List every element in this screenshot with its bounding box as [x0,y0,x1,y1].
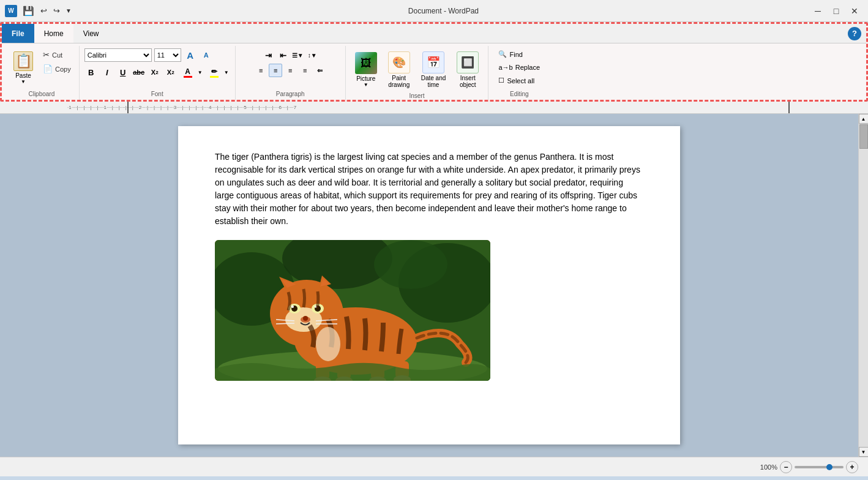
zoom-out-button[interactable]: − [780,461,792,473]
ribbon-content: 📋 Paste ▼ ✂ Cut 📄 Copy Cl [2,43,866,100]
rtl-button[interactable]: ⇐ [313,64,326,77]
insert-group: 🖼 Picture ▼ 🎨 Paintdrawing 📅 [346,46,489,100]
editing-group-label: Editing [493,91,545,99]
help-button[interactable]: ? [848,27,861,40]
align-right-button[interactable]: ≡ [283,64,297,77]
document-page: The tiger (Panthera tigris) is the large… [178,126,680,444]
find-button[interactable]: 🔍 Find [494,48,526,60]
cut-button[interactable]: ✂ Cut [40,48,74,61]
paint-drawing-icon: 🎨 [388,51,410,73]
clipboard-group-label: Clipboard [9,91,74,99]
save-button[interactable]: 💾 [21,4,36,18]
paragraph-row2: ≡ ≡ ≡ ≡ ⇐ [254,64,326,77]
strikethrough-button[interactable]: abc [132,66,146,79]
copy-button[interactable]: 📄 Copy [40,62,74,75]
svg-point-29 [316,327,340,361]
ribbon-tab-bar: File Home View ? [2,24,866,43]
date-time-button[interactable]: 📅 Date andtime [417,48,451,91]
zoom-in-button[interactable]: + [846,461,858,473]
ruler-indent-marker[interactable] [127,102,129,113]
font-family-select[interactable]: Calibri Arial Times New Roman [84,48,152,62]
zoom-level: 100% [760,463,777,471]
ruler-right-margin[interactable] [788,102,790,113]
cut-label: Cut [52,51,62,59]
paste-dropdown-arrow[interactable]: ▼ [21,79,26,84]
line-spacing-button[interactable]: ↕▼ [305,48,319,62]
scroll-down-button[interactable]: ▼ [859,447,869,457]
bullet-list-button[interactable]: ☰▼ [291,48,304,62]
redo-button[interactable]: ↪ [51,5,62,17]
font-color-icon: A [185,67,190,76]
insert-object-icon: 🔲 [457,51,479,73]
italic-button[interactable]: I [100,66,114,79]
customize-quick-access-button[interactable]: ▼ [64,6,73,15]
close-button[interactable]: ✕ [846,2,863,20]
vertical-scrollbar[interactable]: ▲ ▼ [858,114,868,457]
paste-button[interactable]: 📋 Paste ▼ [9,48,37,88]
picture-label: Picture [356,75,375,82]
scroll-track[interactable] [859,124,869,447]
highlight-dropdown[interactable]: ▼ [223,66,230,79]
zoom-slider-thumb[interactable] [826,464,832,470]
picture-dropdown[interactable]: ▼ [364,82,369,88]
align-center-button[interactable]: ≡ [269,64,282,77]
paste-label: Paste [15,72,31,79]
ruler-mark: ·1····|····|····|····|····1····|····|···… [67,105,296,110]
font-color-dropdown[interactable]: ▼ [196,66,204,79]
replace-icon: a→b [498,64,512,71]
content-area: The tiger (Panthera tigris) is the large… [0,114,868,457]
insert-object-label: Insertobject [460,75,476,88]
tab-view[interactable]: View [73,24,109,43]
highlight-color-button[interactable]: ✏ [206,66,222,79]
clipboard-small-buttons: ✂ Cut 📄 Copy [40,48,74,75]
paragraph-group-content: ⇥ ⇤ ☰▼ ↕▼ ≡ ≡ ≡ ≡ ⇐ [254,47,326,91]
select-all-button[interactable]: ☐ Select all [494,75,539,86]
increase-indent-button[interactable]: ⇥ [261,48,275,62]
select-all-icon: ☐ [498,77,504,84]
bold-button[interactable]: B [84,66,98,79]
zoom-slider[interactable] [795,466,844,468]
copy-icon: 📄 [43,64,53,73]
paint-drawing-button[interactable]: 🎨 Paintdrawing [384,48,414,91]
cut-icon: ✂ [43,50,50,59]
shrink-font-button[interactable]: A [200,48,213,62]
highlight-swatch [210,76,219,78]
font-size-select[interactable]: 11 12 14 16 [154,48,181,62]
undo-button[interactable]: ↩ [39,5,49,17]
insert-object-button[interactable]: 🔲 Insertobject [452,48,483,91]
replace-button[interactable]: a→b Replace [494,62,544,73]
scroll-up-button[interactable]: ▲ [859,114,869,124]
font-color-group: A ▼ [180,66,204,79]
decrease-indent-button[interactable]: ⇤ [276,48,290,62]
tab-file[interactable]: File [2,24,34,43]
clipboard-group: 📋 Paste ▼ ✂ Cut 📄 Copy Cl [4,46,80,100]
editing-group-content: 🔍 Find a→b Replace ☐ Select all [494,47,544,91]
status-bar: 100% − + [0,457,868,476]
underline-button[interactable]: U [116,66,130,79]
scroll-thumb[interactable] [859,124,868,149]
insert-group-content: 🖼 Picture ▼ 🎨 Paintdrawing 📅 [351,47,484,92]
paragraph-group: ⇥ ⇤ ☰▼ ↕▼ ≡ ≡ ≡ ≡ ⇐ Paragraph [236,46,346,100]
insert-group-label: Insert [351,92,484,100]
paint-drawing-label: Paintdrawing [388,75,410,88]
tab-home[interactable]: Home [34,24,73,43]
grow-font-button[interactable]: A [184,48,197,62]
superscript-button[interactable]: X2 [164,66,178,79]
document-text[interactable]: The tiger (Panthera tigris) is the large… [215,151,643,228]
app-icon: W [5,5,17,17]
ruler: ·1····|····|····|····|····1····|····|···… [0,102,868,114]
font-group-label: Font [84,91,230,99]
font-color-swatch [184,76,192,78]
font-group-content: Calibri Arial Times New Roman 11 12 14 1… [84,47,230,91]
justify-button[interactable]: ≡ [298,64,312,77]
font-color-button[interactable]: A [180,66,196,79]
document-area[interactable]: The tiger (Panthera tigris) is the large… [0,114,858,457]
maximize-button[interactable]: □ [828,2,845,20]
picture-button[interactable]: 🖼 Picture ▼ [351,49,381,91]
highlight-icon: ✏ [211,67,217,76]
highlight-color-group: ✏ ▼ [206,66,230,79]
subscript-button[interactable]: X2 [148,66,162,79]
tiger-image [215,240,490,381]
align-left-button[interactable]: ≡ [254,64,268,77]
minimize-button[interactable]: ─ [809,2,826,20]
